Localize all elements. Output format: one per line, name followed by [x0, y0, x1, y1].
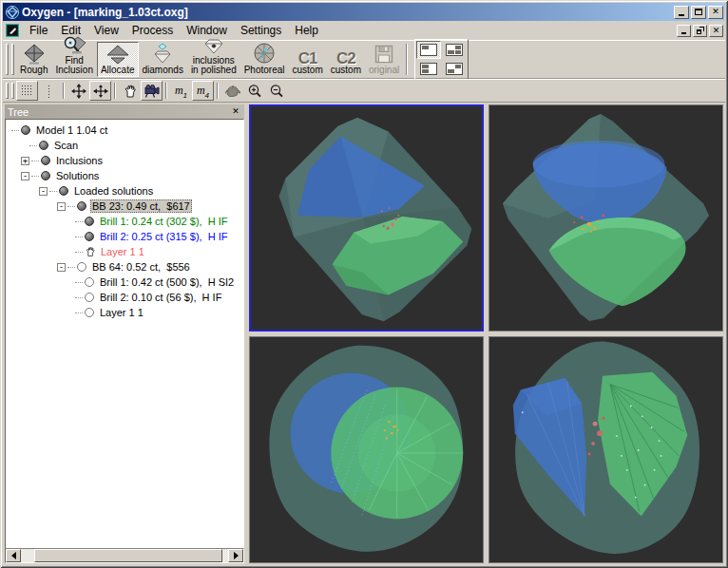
- expand-minus-box[interactable]: -: [39, 187, 48, 196]
- toolbar-separator: [406, 44, 408, 75]
- tree-node-model[interactable]: Model 1 1.04 ct: [8, 123, 243, 138]
- viewport-top-right[interactable]: [489, 104, 723, 331]
- c1-glyph: C1: [298, 51, 317, 66]
- find-inclusion-button[interactable]: Find Inclusion: [51, 42, 96, 77]
- original-button[interactable]: original: [365, 42, 403, 77]
- tree-horizontal-scrollbar[interactable]: [5, 548, 244, 563]
- layout-button-1[interactable]: [416, 41, 441, 59]
- grid-button[interactable]: [16, 81, 38, 101]
- menu-bar: File Edit View Process Window Settings H…: [3, 21, 725, 40]
- inclusions-in-polished-button[interactable]: inclusions in polished: [187, 42, 240, 77]
- button-label: custom: [293, 66, 323, 75]
- close-button[interactable]: ✕: [708, 6, 723, 19]
- tree-close-button[interactable]: ✕: [230, 106, 241, 117]
- viewport-bottom-left[interactable]: [249, 336, 484, 563]
- photoreal-button[interactable]: Photoreal: [240, 42, 289, 77]
- tree-node-solutions[interactable]: - Solutions: [8, 168, 243, 183]
- scrollbar-track[interactable]: [21, 549, 228, 562]
- expand-minus-box[interactable]: -: [57, 263, 66, 272]
- m4-button[interactable]: m4: [192, 81, 214, 101]
- toolbar-separator: [217, 83, 219, 99]
- menu-item-file[interactable]: File: [23, 22, 54, 39]
- diamond-render-side: [251, 106, 482, 330]
- mdi-restore-button[interactable]: [693, 25, 707, 37]
- c2-custom-button[interactable]: C2 custom: [327, 42, 365, 77]
- button-label: original: [369, 66, 399, 75]
- titlebar[interactable]: Oxygen - [marking_1.03ct.oxg] ✕: [3, 3, 725, 21]
- tree-node-inclusions[interactable]: + Inclusions: [8, 153, 243, 168]
- layout-4-icon: [446, 63, 463, 75]
- minimize-button[interactable]: [674, 6, 689, 19]
- pan-hand-button[interactable]: [119, 81, 141, 101]
- tree-node-loaded-solutions[interactable]: - Loaded solutions: [8, 183, 243, 199]
- toolbar-grip[interactable]: [6, 44, 9, 75]
- zoom-out-button[interactable]: [265, 81, 287, 101]
- render-teapot-button[interactable]: [221, 81, 243, 101]
- dots-column-button[interactable]: [38, 81, 60, 101]
- close-icon: ✕: [713, 26, 720, 35]
- node-label: Brill 1: 0.24 ct (302 $), H IF: [98, 215, 230, 228]
- camera-button[interactable]: [141, 81, 163, 101]
- layout-button-4[interactable]: [442, 60, 467, 78]
- mdi-close-button[interactable]: ✕: [709, 25, 723, 37]
- allocate-button[interactable]: Allocate: [97, 42, 139, 77]
- menu-item-help[interactable]: Help: [288, 22, 325, 39]
- node-icon: [39, 141, 48, 150]
- grid-dots-icon: [21, 85, 33, 97]
- expand-minus-box[interactable]: -: [57, 202, 66, 211]
- minimize-icon: [679, 14, 684, 16]
- expand-plus-box[interactable]: +: [21, 157, 29, 165]
- button-label: diamonds: [143, 66, 183, 75]
- tree-panel-titlebar[interactable]: Tree ✕: [5, 104, 244, 119]
- tree-node-bb23-brill1[interactable]: Brill 1: 0.24 ct (302 $), H IF: [8, 214, 243, 229]
- pan-axes-button[interactable]: [89, 81, 111, 101]
- diamond-render-front: [489, 105, 722, 331]
- document-icon[interactable]: [6, 24, 19, 37]
- close-icon: ✕: [712, 8, 719, 16]
- menu-item-window[interactable]: Window: [180, 22, 234, 39]
- node-label: Scan: [52, 139, 80, 152]
- button-label: Inclusion: [55, 66, 92, 75]
- button-label: Photoreal: [244, 66, 285, 75]
- layout-button-3[interactable]: [416, 60, 441, 78]
- tree-node-bb23-brill2[interactable]: Brill 2: 0.25 ct (315 $), H IF: [8, 229, 243, 244]
- tree-node-bb64[interactable]: - BB 64: 0.52 ct, $556: [8, 259, 243, 275]
- move-button[interactable]: [67, 81, 89, 101]
- scroll-right-button[interactable]: [228, 549, 243, 562]
- diamonds-button[interactable]: diamonds: [139, 42, 187, 77]
- toolbar-separator: [114, 83, 116, 99]
- menu-item-settings[interactable]: Settings: [234, 22, 288, 39]
- tree-node-bb64-brill2[interactable]: Brill 2: 0.10 ct (56 $), H IF: [8, 290, 243, 305]
- tree-node-bb23[interactable]: - BB 23: 0.49 ct, $617: [8, 199, 243, 214]
- viewport-top-left[interactable]: [249, 104, 484, 331]
- c1-custom-button[interactable]: C1 custom: [289, 42, 327, 77]
- zoom-in-button[interactable]: [243, 81, 265, 101]
- tree-node-bb23-layer[interactable]: Layer 1 1: [8, 244, 243, 259]
- tree-node-scan[interactable]: Scan: [8, 138, 243, 153]
- allocate-diamond-icon: [105, 44, 130, 65]
- m1-button[interactable]: m1: [170, 81, 192, 101]
- maximize-icon: [695, 9, 702, 15]
- mdi-minimize-button[interactable]: [677, 25, 691, 37]
- zoom-out-icon: [269, 84, 284, 99]
- scroll-left-button[interactable]: [6, 549, 21, 562]
- menu-item-process[interactable]: Process: [125, 22, 180, 39]
- node-label: Model 1 1.04 ct: [34, 123, 109, 137]
- viewport-layout-group: [414, 39, 469, 80]
- menu-item-view[interactable]: View: [87, 22, 125, 39]
- toolbar-grip[interactable]: [11, 44, 14, 75]
- expand-minus-box[interactable]: -: [21, 172, 29, 180]
- scrollbar-thumb[interactable]: [34, 549, 222, 562]
- tree-node-bb64-layer[interactable]: Layer 1 1: [8, 305, 243, 320]
- zoom-in-icon: [247, 84, 262, 99]
- node-icon: [85, 308, 94, 317]
- toolbar-grip[interactable]: [11, 83, 14, 99]
- tree-node-bb64-brill1[interactable]: Brill 1: 0.42 ct (500 $), H SI2: [8, 275, 243, 290]
- rough-button[interactable]: Rough: [16, 42, 51, 77]
- diamond-outline-icon: [150, 42, 175, 65]
- maximize-button[interactable]: [691, 6, 706, 19]
- layout-2-icon: [446, 44, 463, 56]
- layout-button-2[interactable]: [442, 41, 467, 59]
- viewport-bottom-right[interactable]: [489, 336, 723, 563]
- toolbar-grip[interactable]: [6, 83, 9, 99]
